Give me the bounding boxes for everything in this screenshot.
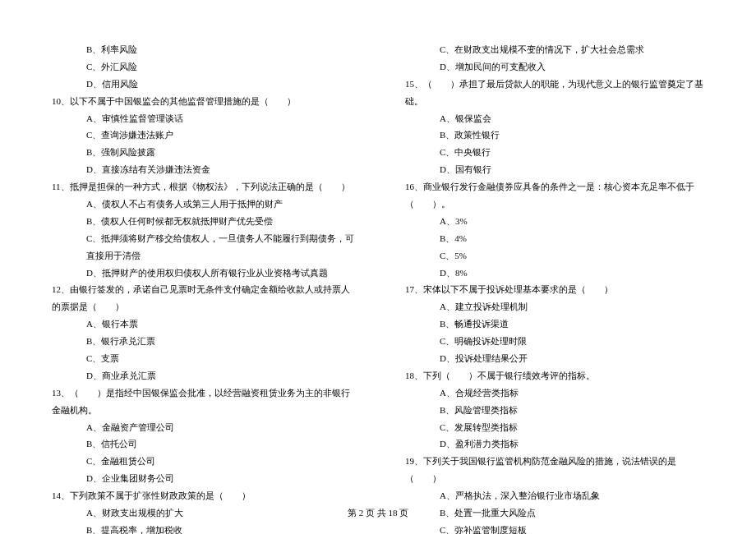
option-text: C、明确投诉处理时限 (399, 333, 711, 350)
option-text: D、企业集团财务公司 (45, 470, 357, 487)
option-text: D、商业承兑汇票 (45, 367, 357, 384)
option-text: D、信用风险 (45, 76, 357, 93)
question-number: 11、 (52, 182, 70, 191)
option-text: A、金融资产管理公司 (45, 419, 357, 436)
option-text: D、增加民间的可支配收入 (399, 58, 711, 76)
question-number: 13、 (52, 388, 70, 398)
question-13: 13、（ ）是指经中国银保监会批准，以经营融资租赁业务为主的非银行金融机构。 (45, 384, 357, 419)
question-text: （ ）承担了最后贷款人的职能，为现代意义上的银行监管奠定了基础。 (405, 79, 703, 106)
option-text: A、银行本票 (45, 315, 357, 333)
option-text: C、发展转型类指标 (399, 419, 711, 436)
question-text: 以下不属于中国银监会的其他监督管理措施的是（ ） (70, 96, 296, 106)
question-text: 宋体以下不属于投诉处理基本要求的是（ ） (423, 284, 613, 294)
question-number: 10、 (52, 96, 70, 106)
option-text: C、支票 (45, 350, 357, 367)
option-text: C、查询涉嫌违法账户 (45, 127, 357, 144)
option-text: D、投诉处理结果公开 (399, 350, 711, 367)
option-text: B、银行承兑汇票 (45, 333, 357, 350)
option-text: B、4% (399, 230, 711, 247)
question-19: 19、下列关于我国银行监管机构防范金融风险的措施，说法错误的是（ ） (399, 453, 711, 487)
option-text: B、畅通投诉渠道 (399, 315, 711, 333)
question-text: 下列关于我国银行监管机构防范金融风险的措施，说法错误的是（ ） (405, 456, 676, 483)
option-text: C、在财政支出规模不变的情况下，扩大社会总需求 (399, 41, 711, 58)
question-10: 10、以下不属于中国银监会的其他监督管理措施的是（ ） (45, 93, 357, 110)
question-text: （ ）是指经中国银保监会批准，以经营融资租赁业务为主的非银行金融机构。 (52, 388, 350, 415)
question-17: 17、宋体以下不属于投诉处理基本要求的是（ ） (399, 281, 711, 298)
option-text: A、合规经营类指标 (399, 384, 711, 402)
option-text: A、建立投诉处理机制 (399, 298, 711, 315)
option-text: D、国有银行 (399, 161, 711, 178)
question-number: 12、 (52, 284, 70, 294)
left-column: B、利率风险 C、外汇风险 D、信用风险 10、以下不属于中国银监会的其他监督管… (45, 41, 378, 485)
question-15: 15、（ ）承担了最后贷款人的职能，为现代意义上的银行监管奠定了基础。 (399, 76, 711, 110)
question-number: 19、 (405, 456, 423, 466)
question-11: 11、抵押是担保的一种方式，根据《物权法》，下列说法正确的是（ ） (45, 178, 357, 196)
option-text: D、抵押财产的使用权归债权人所有银行业从业资格考试真题 (45, 265, 357, 282)
question-14: 14、下列政策不属于扩张性财政政策的是（ ） (45, 487, 357, 504)
option-text: B、信托公司 (45, 435, 357, 453)
question-text: 抵押是担保的一种方式，根据《物权法》，下列说法正确的是（ ） (70, 182, 350, 191)
option-text: B、风险管理类指标 (399, 402, 711, 419)
option-text: B、债权人任何时候都无权就抵押财产优先受偿 (45, 213, 357, 230)
question-text: 下列（ ）不属于银行绩效考评的指标。 (423, 371, 595, 380)
question-16: 16、商业银行发行金融债券应具备的条件之一是：核心资本充足率不低于（ ）。 (399, 178, 711, 213)
option-text: C、弥补监管制度短板 (399, 522, 711, 534)
question-number: 18、 (405, 371, 423, 380)
option-text: C、抵押须将财产移交给债权人，一旦债务人不能履行到期债务，可直接用于清偿 (45, 230, 357, 265)
option-text: D、直接冻结有关涉嫌违法资金 (45, 161, 357, 178)
question-number: 14、 (52, 490, 70, 500)
option-text: A、债权人不占有债务人或第三人用于抵押的财产 (45, 196, 357, 213)
question-18: 18、下列（ ）不属于银行绩效考评的指标。 (399, 367, 711, 384)
page-footer: 第 2 页 共 18 页 (0, 507, 756, 519)
option-text: B、提高税率，增加税收 (45, 522, 357, 534)
right-column: C、在财政支出规模不变的情况下，扩大社会总需求 D、增加民间的可支配收入 15、… (378, 41, 711, 485)
option-text: A、审慎性监督管理谈话 (45, 110, 357, 127)
option-text: A、3% (399, 213, 711, 230)
question-text: 下列政策不属于扩张性财政政策的是（ ） (70, 490, 251, 500)
option-text: D、8% (399, 265, 711, 282)
question-text: 由银行签发的，承诺自己见票时无条件支付确定金额给收款人或持票人的票据是（ ） (52, 284, 350, 311)
question-number: 17、 (405, 284, 423, 294)
option-text: C、外汇风险 (45, 58, 357, 76)
option-text: B、利率风险 (45, 41, 357, 58)
option-text: B、强制风险披露 (45, 144, 357, 161)
option-text: C、中央银行 (399, 144, 711, 161)
option-text: C、金融租赁公司 (45, 453, 357, 470)
question-text: 商业银行发行金融债券应具备的条件之一是：核心资本充足率不低于（ ）。 (405, 182, 694, 209)
option-text: C、5% (399, 247, 711, 265)
option-text: D、盈利潜力类指标 (399, 435, 711, 453)
option-text: A、银保监会 (399, 110, 711, 127)
exam-page: B、利率风险 C、外汇风险 D、信用风险 10、以下不属于中国银监会的其他监督管… (0, 0, 756, 509)
option-text: A、严格执法，深入整治银行业市场乱象 (399, 487, 711, 504)
option-text: B、政策性银行 (399, 127, 711, 144)
question-12: 12、由银行签发的，承诺自己见票时无条件支付确定金额给收款人或持票人的票据是（ … (45, 281, 357, 315)
question-number: 15、 (405, 79, 423, 89)
question-number: 16、 (405, 182, 423, 191)
